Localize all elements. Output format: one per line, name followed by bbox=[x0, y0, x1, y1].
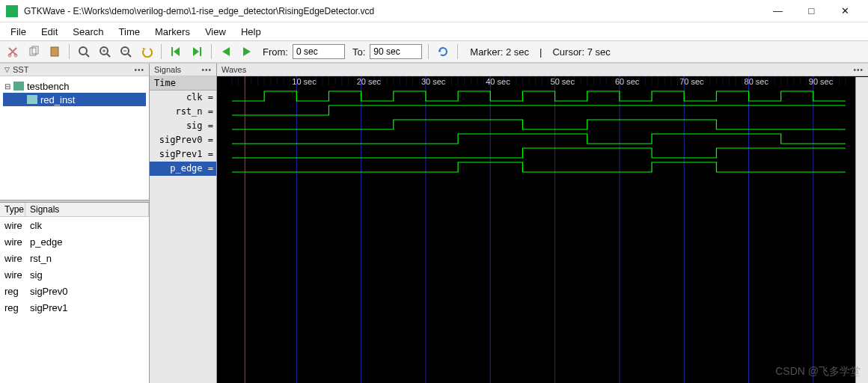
minimize-button[interactable]: — bbox=[761, 0, 795, 22]
title-bar: GTKWave - E:\Works\demo\verilog-demo\1-r… bbox=[0, 0, 868, 22]
sst-tree[interactable]: ⊟ testbench red_inst bbox=[0, 76, 149, 200]
menu-search[interactable]: Search bbox=[65, 25, 111, 39]
signal-name[interactable]: sig = bbox=[150, 119, 216, 133]
waves-header: Waves ••• bbox=[217, 64, 868, 76]
signals-menu-icon[interactable]: ••• bbox=[201, 66, 212, 74]
module-icon bbox=[13, 82, 24, 91]
col-type[interactable]: Type bbox=[0, 203, 25, 216]
paste-icon[interactable] bbox=[46, 43, 63, 60]
svg-rect-14 bbox=[171, 47, 173, 56]
svg-text:60 sec: 60 sec bbox=[615, 77, 640, 86]
svg-line-12 bbox=[128, 54, 131, 57]
toolbar: From: To: Marker: 2 sec | Cursor: 7 sec bbox=[0, 40, 868, 63]
menu-markers[interactable]: Markers bbox=[147, 25, 198, 39]
wave-scrollbar[interactable] bbox=[855, 77, 868, 383]
from-label: From: bbox=[263, 46, 288, 58]
menu-help[interactable]: Help bbox=[233, 25, 269, 39]
sst-header: ▽ SST ••• bbox=[0, 64, 149, 76]
close-button[interactable]: ✕ bbox=[828, 0, 862, 22]
to-label: To: bbox=[352, 46, 365, 58]
signal-name[interactable]: sigPrev0 = bbox=[150, 133, 216, 147]
siglist-row[interactable]: wirerst_n bbox=[0, 250, 149, 266]
signal-name[interactable]: sigPrev1 = bbox=[150, 147, 216, 162]
status-sep: | bbox=[540, 46, 542, 58]
menu-view[interactable]: View bbox=[198, 25, 233, 39]
reload-icon[interactable] bbox=[435, 43, 451, 60]
tree-red-inst[interactable]: red_inst bbox=[3, 93, 146, 106]
col-signals[interactable]: Signals bbox=[25, 203, 149, 216]
siglist-row[interactable]: wiresig bbox=[0, 266, 149, 283]
cut-icon[interactable] bbox=[4, 43, 21, 60]
siglist-row[interactable]: regsigPrev1 bbox=[0, 299, 149, 316]
sst-expand-icon[interactable]: ▽ bbox=[4, 66, 10, 73]
svg-line-8 bbox=[107, 54, 110, 57]
cursor-status: Cursor: 7 sec bbox=[552, 46, 610, 58]
module-icon bbox=[27, 95, 37, 104]
signal-name[interactable]: p_edge = bbox=[150, 162, 216, 176]
svg-rect-15 bbox=[200, 47, 201, 56]
marker-status: Marker: 2 sec bbox=[470, 46, 529, 58]
menu-file[interactable]: File bbox=[3, 25, 34, 39]
go-start-icon[interactable] bbox=[168, 43, 184, 60]
watermark: CSDN @飞多学堂 bbox=[775, 365, 861, 379]
tree-testbench[interactable]: ⊟ testbench bbox=[3, 79, 146, 93]
time-label: Time bbox=[150, 76, 216, 91]
undo-zoom-icon[interactable] bbox=[138, 43, 155, 60]
svg-text:40 sec: 40 sec bbox=[486, 77, 510, 86]
signal-name[interactable]: clk = bbox=[150, 91, 216, 105]
siglist-row[interactable]: regsigPrev0 bbox=[0, 283, 149, 299]
go-end-icon[interactable] bbox=[189, 43, 205, 60]
to-input[interactable] bbox=[370, 44, 422, 59]
svg-text:30 sec: 30 sec bbox=[421, 77, 446, 86]
from-input[interactable] bbox=[293, 44, 345, 59]
svg-text:10 sec: 10 sec bbox=[292, 77, 317, 86]
signal-name[interactable]: rst_n = bbox=[150, 105, 216, 119]
zoom-in-icon[interactable] bbox=[97, 43, 113, 60]
prev-edge-icon[interactable] bbox=[218, 43, 234, 60]
copy-icon[interactable] bbox=[25, 43, 42, 60]
svg-text:50 sec: 50 sec bbox=[551, 77, 575, 86]
app-icon bbox=[6, 5, 18, 17]
zoom-fit-icon[interactable] bbox=[76, 43, 92, 60]
signal-list[interactable]: Type Signals wireclkwirep_edgewirerst_nw… bbox=[0, 203, 149, 383]
siglist-row[interactable]: wirep_edge bbox=[0, 233, 149, 250]
zoom-out-icon[interactable] bbox=[117, 43, 134, 60]
window-title: GTKWave - E:\Works\demo\verilog-demo\1-r… bbox=[24, 6, 761, 16]
menu-time[interactable]: Time bbox=[111, 25, 147, 39]
svg-text:70 sec: 70 sec bbox=[679, 77, 704, 86]
svg-rect-4 bbox=[51, 47, 58, 56]
svg-line-6 bbox=[86, 54, 89, 57]
tree-collapse-icon[interactable]: ⊟ bbox=[4, 82, 13, 91]
next-edge-icon[interactable] bbox=[239, 43, 255, 60]
menu-bar: File Edit Search Time Markers View Help bbox=[0, 22, 868, 40]
siglist-row[interactable]: wireclk bbox=[0, 217, 149, 233]
waves-menu-icon[interactable]: ••• bbox=[853, 66, 864, 74]
svg-text:80 sec: 80 sec bbox=[745, 77, 769, 86]
sst-menu-icon[interactable]: ••• bbox=[134, 66, 144, 74]
menu-edit[interactable]: Edit bbox=[34, 25, 65, 39]
svg-text:90 sec: 90 sec bbox=[809, 77, 834, 86]
maximize-button[interactable]: □ bbox=[795, 0, 828, 22]
svg-text:20 sec: 20 sec bbox=[357, 77, 382, 86]
svg-point-5 bbox=[79, 47, 87, 55]
waveform-view[interactable]: 10 sec20 sec30 sec40 sec50 sec60 sec70 s… bbox=[217, 76, 868, 383]
signals-header: Signals ••• bbox=[150, 64, 216, 76]
